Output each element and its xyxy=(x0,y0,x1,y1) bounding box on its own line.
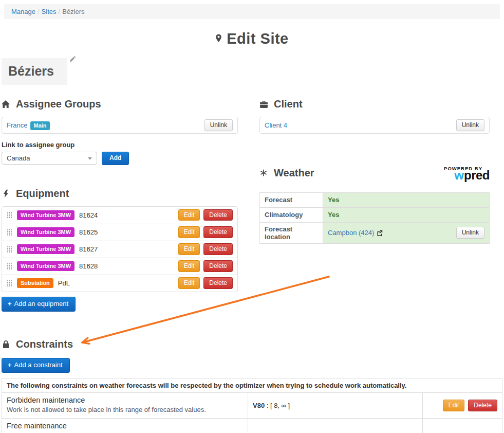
constraint-description: Work is ideally completed within this ra… xyxy=(7,431,243,433)
constraints-table-header-row: The following constraints on weather for… xyxy=(2,378,502,392)
breadcrumb: Manage/Sites/Béziers xyxy=(4,4,500,19)
equipment-list: Wind Turbine 3MW 81624 Edit Delete Wind … xyxy=(2,206,238,292)
asterisk-icon xyxy=(259,169,268,176)
equipment-type-badge: Substation xyxy=(17,278,53,288)
unlink-button[interactable]: Unlink xyxy=(456,227,484,239)
constraint-row: Forbidden maintenance Work is not allowe… xyxy=(2,392,502,418)
assignee-group-item: FranceMain Unlink xyxy=(2,117,238,134)
edit-button[interactable]: Edit xyxy=(178,243,200,255)
section-equipment: Equipment Wind Turbine 3MW 81624 Edit De… xyxy=(2,188,238,312)
external-link-icon[interactable] xyxy=(377,230,383,236)
drag-handle-icon[interactable] xyxy=(7,263,12,270)
plus-icon: + xyxy=(8,300,12,308)
chevron-down-icon xyxy=(88,157,92,160)
equipment-row: Substation PdL Edit Delete xyxy=(2,275,237,292)
breadcrumb-active: Béziers xyxy=(62,8,84,15)
weather-row-climatology: Climatology Yes xyxy=(260,207,490,222)
site-name: Béziers xyxy=(2,58,67,85)
weather-row-forecast: Forecast Yes xyxy=(260,192,490,207)
assignee-groups-title: Assignee Groups xyxy=(2,98,238,110)
assignee-group-select[interactable]: Canada xyxy=(2,152,97,165)
equipment-name: 81628 xyxy=(79,262,174,270)
constraint-value: V80 : [ 8, ∞ ] xyxy=(248,392,423,418)
page-title: Edit Site xyxy=(0,29,504,47)
add-assignee-group-button[interactable]: Add xyxy=(102,152,129,165)
drag-handle-icon[interactable] xyxy=(7,246,12,253)
delete-button[interactable]: Delete xyxy=(203,226,233,238)
drag-handle-icon[interactable] xyxy=(7,229,12,236)
section-client: Client Client 4 Unlink xyxy=(259,98,490,134)
section-weather: Weather POWERED BY wpred Forecast Yes Cl… xyxy=(259,167,490,244)
drag-handle-icon[interactable] xyxy=(7,211,12,219)
unlink-button[interactable]: Unlink xyxy=(204,119,233,131)
forecast-location-link[interactable]: Campbon (424) xyxy=(328,229,374,237)
section-constraints: Constraints +Add a constraint The follow… xyxy=(0,338,504,433)
home-icon xyxy=(2,100,10,108)
equipment-type-badge: Wind Turbine 3MW xyxy=(17,244,74,254)
weather-row-label: Climatology xyxy=(260,207,323,222)
delete-button[interactable]: Delete xyxy=(203,243,233,255)
weather-row-label: Forecast xyxy=(260,192,323,207)
constraint-value: CF : [ 0, 3 ] xyxy=(248,418,423,433)
equipment-name: 81625 xyxy=(79,228,174,236)
breadcrumb-separator: / xyxy=(38,8,40,15)
edit-button[interactable]: Edit xyxy=(443,400,465,411)
map-marker-icon xyxy=(215,29,222,46)
edit-button[interactable]: Edit xyxy=(178,277,200,289)
equipment-name: 81624 xyxy=(79,211,174,219)
equipment-title: Equipment xyxy=(2,188,238,200)
delete-button[interactable]: Delete xyxy=(203,209,233,221)
weather-row-forecast-location: Forecast location Campbon (424) Unlink xyxy=(260,222,490,243)
main-badge: Main xyxy=(30,121,49,130)
briefcase-icon xyxy=(259,101,268,108)
add-equipment-button[interactable]: +Add an equipment xyxy=(2,297,76,312)
breadcrumb-separator: / xyxy=(59,8,61,15)
lock-icon xyxy=(2,340,10,348)
breadcrumb-link-manage[interactable]: Manage xyxy=(11,8,35,15)
equipment-name: PdL xyxy=(58,279,174,287)
weather-row-value: Yes xyxy=(328,211,339,219)
constraints-table: The following constraints on weather for… xyxy=(2,378,502,433)
wpred-logo: POWERED BY wpred xyxy=(444,166,490,182)
equipment-type-badge: Wind Turbine 3MW xyxy=(17,210,74,220)
constraints-title: Constraints xyxy=(2,338,504,350)
delete-button[interactable]: Delete xyxy=(468,400,497,411)
client-link[interactable]: Client 4 xyxy=(265,121,287,129)
assignee-group-link[interactable]: France xyxy=(7,121,27,129)
equipment-row: Wind Turbine 3MW 81627 Edit Delete xyxy=(2,241,237,258)
link-to-assignee-group-label: Link to assignee group xyxy=(2,141,238,149)
pencil-icon[interactable] xyxy=(69,56,76,64)
constraint-name: Free maintenance xyxy=(7,422,243,430)
equipment-type-badge: Wind Turbine 3MW xyxy=(17,227,74,237)
constraints-table-header: The following constraints on weather for… xyxy=(2,378,502,392)
edit-button[interactable]: Edit xyxy=(178,226,200,238)
edit-button[interactable]: Edit xyxy=(178,209,200,221)
weather-row-value: Yes xyxy=(328,196,339,204)
weather-title: Weather xyxy=(259,167,444,179)
delete-button[interactable]: Delete xyxy=(203,260,233,272)
plus-icon: + xyxy=(8,361,12,369)
edit-button[interactable]: Edit xyxy=(178,260,200,272)
constraint-name: Forbidden maintenance xyxy=(7,396,243,404)
constraint-description: Work is not allowed to take place in thi… xyxy=(7,405,243,415)
client-title: Client xyxy=(259,98,490,110)
flash-icon xyxy=(2,189,10,198)
equipment-name: 81627 xyxy=(79,245,174,253)
client-item: Client 4 Unlink xyxy=(259,117,490,134)
equipment-type-badge: Wind Turbine 3MW xyxy=(17,261,74,271)
add-constraint-button[interactable]: +Add a constraint xyxy=(2,358,70,373)
breadcrumb-link-sites[interactable]: Sites xyxy=(42,8,57,15)
drag-handle-icon[interactable] xyxy=(7,280,12,287)
unlink-button[interactable]: Unlink xyxy=(456,119,484,131)
equipment-row: Wind Turbine 3MW 81628 Edit Delete xyxy=(2,258,237,275)
constraint-row: Free maintenance Work is ideally complet… xyxy=(2,418,502,433)
weather-row-label: Forecast location xyxy=(260,222,323,243)
weather-table: Forecast Yes Climatology Yes Forecast lo… xyxy=(259,192,490,244)
equipment-row: Wind Turbine 3MW 81624 Edit Delete xyxy=(2,207,237,224)
section-assignee-groups: Assignee Groups FranceMain Unlink Link t… xyxy=(2,98,238,165)
equipment-row: Wind Turbine 3MW 81625 Edit Delete xyxy=(2,224,237,241)
delete-button[interactable]: Delete xyxy=(203,277,233,289)
